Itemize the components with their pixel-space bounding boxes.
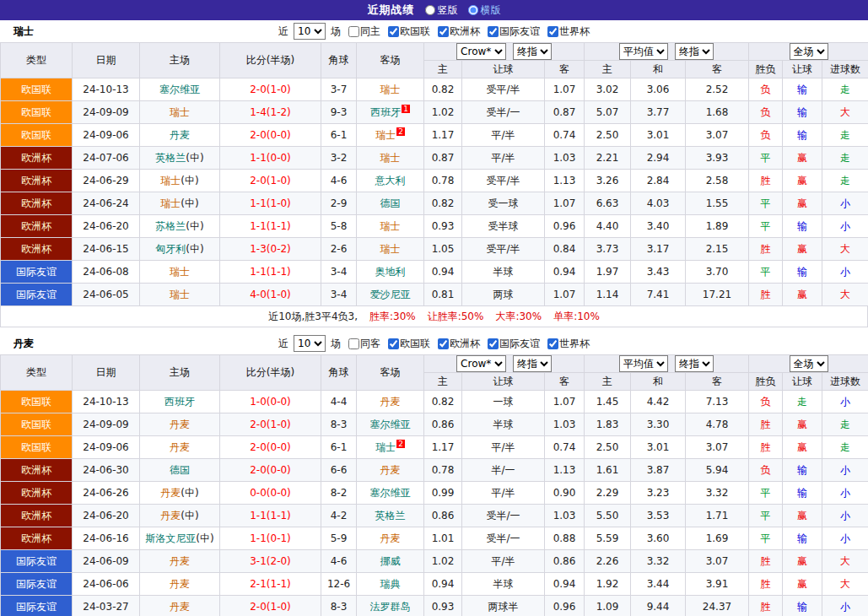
score-cell: 1-1(1-1) [220,261,321,284]
league-option-euro[interactable]: 欧洲杯 [438,337,480,351]
away-team-link[interactable]: 爱沙尼亚 [370,289,411,300]
match-count-select[interactable]: 10 [294,335,326,352]
away-team-link[interactable]: 瑞士 [380,243,401,255]
home-team-link[interactable]: 匈牙利 [155,243,186,255]
corner-cell: 3-4 [321,284,357,306]
home-team-link[interactable]: 英格兰 [155,152,186,164]
home-team-link[interactable]: 苏格兰 [155,220,186,232]
match-date-cell: 24-09-09 [73,413,140,436]
goals-result-cell: 大 [822,238,868,261]
away-team-link[interactable]: 塞尔维亚 [370,487,411,499]
avg-home-cell: 1.14 [585,284,631,306]
home-team-link[interactable]: 德国 [170,464,190,476]
away-team-link[interactable]: 英格兰 [375,510,406,521]
league-option-worldcup[interactable]: 世界杯 [547,337,590,351]
home-team-link[interactable]: 瑞士 [170,106,190,118]
away-team-link[interactable]: 瑞士 [380,84,401,95]
neutral-venue-suffix: (中) [181,197,198,209]
match-count-select[interactable]: 10 [294,23,326,40]
home-team-link[interactable]: 丹麦 [170,129,190,141]
odds-home-cell: 1.17 [424,124,462,147]
subcol-wdl: 胜负 [749,61,783,78]
home-team-link[interactable]: 丹麦 [160,510,181,521]
league-checkbox[interactable] [488,338,499,349]
avg-stage-select[interactable]: 终指 [675,355,714,372]
scope-select[interactable]: 全场 [790,43,828,60]
away-team-link[interactable]: 丹麦 [380,396,401,408]
away-team-link[interactable]: 瑞典 [380,578,401,590]
col-header-type: 类型 [1,355,73,391]
same-venue-checkbox[interactable] [348,338,359,349]
away-team-cell: 丹麦 [357,527,424,550]
away-team-cell: 西班牙1 [357,101,424,124]
handicap-cell: 平/半 [462,147,545,170]
avg-source-select[interactable]: 平均值 [619,43,668,60]
avg-draw-cell: 3.77 [631,101,686,124]
home-team-link[interactable]: 瑞士 [170,266,190,278]
league-checkbox[interactable] [438,338,449,349]
goals-result-cell: 走 [822,436,868,459]
home-team-link[interactable]: 丹麦 [170,601,190,613]
home-team-link[interactable]: 瑞士 [160,197,181,209]
home-team-link[interactable]: 丹麦 [170,578,190,590]
away-team-link[interactable]: 丹麦 [380,532,401,544]
home-team-link[interactable]: 丹麦 [170,419,190,430]
odds-home-cell: 0.93 [424,215,462,238]
league-checkbox[interactable] [547,338,558,349]
home-team-link[interactable]: 丹麦 [170,441,190,453]
league-checkbox[interactable] [438,26,449,37]
subcol-avg-home: 主 [585,61,631,78]
league-option-worldcup[interactable]: 世界杯 [547,24,590,39]
away-team-cell: 瑞士 [357,78,424,101]
league-checkbox[interactable] [388,338,399,349]
league-checkbox[interactable] [547,26,558,37]
avg-source-select[interactable]: 平均值 [619,355,668,372]
away-team-link[interactable]: 瑞士 [380,152,401,164]
odds-company-select[interactable]: Crow* [456,43,506,60]
goals-result-cell: 走 [822,78,868,101]
away-team-link[interactable]: 意大利 [375,175,406,186]
league-option-nations[interactable]: 欧国联 [388,24,430,39]
away-team-link[interactable]: 丹麦 [380,464,401,476]
match-date-cell: 24-09-06 [73,436,140,459]
odds-company-select[interactable]: Crow* [456,355,506,372]
odds-stage-select[interactable]: 终指 [513,43,552,60]
away-team-link[interactable]: 塞尔维亚 [370,419,411,430]
home-team-link[interactable]: 瑞士 [160,175,181,186]
vertical-layout-radio[interactable] [425,5,435,15]
handicap-cell: 半/一 [462,459,545,482]
away-team-link[interactable]: 西班牙 [370,106,401,118]
home-team-link[interactable]: 塞尔维亚 [159,84,200,95]
league-option-friendly[interactable]: 国际友谊 [488,337,540,351]
league-checkbox[interactable] [488,26,499,37]
away-team-link[interactable]: 瑞士 [380,220,401,232]
summary-row: 近10场,胜3平4负3, 胜率:30% 让胜率:50% 大率:30% 单率:10… [0,306,868,327]
home-team-link[interactable]: 丹麦 [160,487,181,499]
league-option-nations[interactable]: 欧国联 [388,337,430,351]
avg-home-cell: 5.59 [585,527,631,550]
away-team-cell: 意大利 [357,170,424,192]
away-team-link[interactable]: 挪威 [380,555,401,567]
avg-stage-select[interactable]: 终指 [675,43,714,60]
same-venue-checkbox[interactable] [348,26,359,37]
layout-option-horizontal[interactable]: 横版 [468,3,501,18]
same-venue-option[interactable]: 同主 [348,24,380,39]
same-venue-option[interactable]: 同客 [348,337,380,351]
league-option-euro[interactable]: 欧洲杯 [438,24,480,39]
corner-cell: 8-3 [321,413,357,436]
home-team-link[interactable]: 丹麦 [170,555,190,567]
league-checkbox[interactable] [388,26,399,37]
layout-option-vertical[interactable]: 竖版 [425,3,458,18]
away-team-link[interactable]: 瑞士 [375,441,396,453]
scope-select[interactable]: 全场 [790,355,828,372]
away-team-link[interactable]: 法罗群岛 [370,601,411,613]
home-team-link[interactable]: 瑞士 [170,289,190,300]
odds-stage-select[interactable]: 终指 [513,355,552,372]
home-team-link[interactable]: 斯洛文尼亚 [145,532,196,544]
away-team-link[interactable]: 奥地利 [375,266,406,278]
horizontal-layout-radio[interactable] [468,5,478,15]
home-team-link[interactable]: 西班牙 [164,396,195,408]
away-team-link[interactable]: 德国 [380,197,401,209]
away-team-link[interactable]: 瑞士 [375,129,396,141]
league-option-friendly[interactable]: 国际友谊 [488,24,540,39]
